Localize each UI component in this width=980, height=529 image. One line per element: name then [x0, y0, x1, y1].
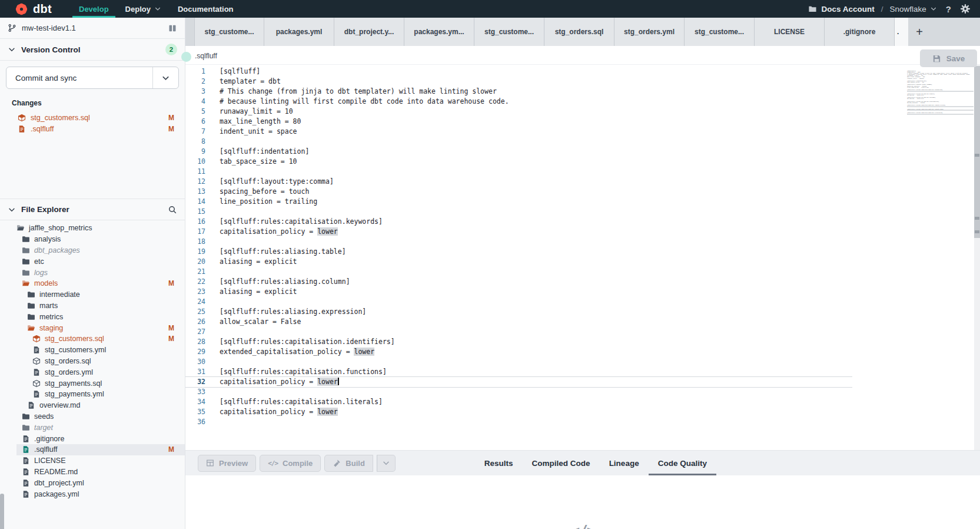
tree-item-target[interactable]: target [0, 422, 185, 433]
file-tab-LICENSE[interactable]: LICENSE [755, 18, 825, 46]
file-tab-stg_custome...[interactable]: stg_custome... [474, 18, 544, 46]
code-line-11[interactable]: 11 [185, 167, 852, 177]
file-tab-stg_custome...[interactable]: stg_custome... [194, 18, 264, 46]
code-line-2[interactable]: 2templater = dbt [185, 77, 852, 87]
tree-item-README.md[interactable]: README.md [0, 467, 185, 478]
code-line-20[interactable]: 20aliasing = explicit [185, 257, 852, 267]
tree-item-.gitignore[interactable]: .gitignore [0, 433, 185, 444]
code-line-10[interactable]: 10tab_space_size = 10 [185, 157, 852, 167]
code-line-32[interactable]: 32capitalisation_policy = lower [185, 377, 852, 387]
save-button[interactable]: Save [920, 49, 977, 67]
code-line-5[interactable]: 5runaway_limit = 10 [185, 107, 852, 117]
file-tab-stg_orders.sql[interactable]: stg_orders.sql [544, 18, 614, 46]
code-line-31[interactable]: 31[sqlfluff:rules:capitalisation.functio… [185, 367, 852, 377]
commit-and-sync-button[interactable]: Commit and sync [6, 67, 179, 89]
tree-item-dbt_packages[interactable]: dbt_packages [0, 245, 185, 256]
code-line-17[interactable]: 17capitalisation_policy = lower [185, 227, 852, 237]
tree-item-jaffle_shop_metrics[interactable]: jaffle_shop_metrics [0, 223, 185, 234]
panel-tab-compiled-code[interactable]: Compiled Code [523, 451, 600, 475]
file-tab-stg_custome...[interactable]: stg_custome... [685, 18, 755, 46]
code-line-12[interactable]: 12[sqlfluff:layout:type:comma] [185, 177, 852, 187]
search-icon[interactable] [168, 205, 177, 214]
tree-item-dbt_project.yml[interactable]: dbt_project.yml [0, 477, 185, 488]
code-line-7[interactable]: 7indent_unit = space [185, 127, 852, 137]
tree-item-staging[interactable]: stagingM [0, 322, 185, 333]
tree-item-stg_orders.sql[interactable]: stg_orders.sql [0, 356, 185, 367]
compile-button[interactable]: </>Compile [260, 455, 321, 472]
code-line-16[interactable]: 16[sqlfluff:rules:capitalisation.keyword… [185, 217, 852, 227]
code-line-14[interactable]: 14line_position = trailing [185, 197, 852, 207]
commit-options-toggle[interactable] [152, 67, 178, 88]
code-line-27[interactable]: 27 [185, 327, 852, 337]
code-editor[interactable]: 1[sqlfluff]2templater = dbt3# This chang… [185, 65, 980, 450]
code-line-29[interactable]: 29extended_capitalisation_policy = lower [185, 347, 852, 357]
sidebar-scrollbar[interactable] [0, 494, 4, 529]
editor-scrollbar[interactable] [974, 65, 980, 450]
tree-item-stg_customers.sql[interactable]: stg_customers.sqlM [0, 333, 185, 345]
tree-item-seeds[interactable]: seeds [0, 411, 185, 422]
tree-item-models[interactable]: modelsM [0, 278, 185, 289]
tree-item-overview.md[interactable]: overview.md [0, 400, 185, 411]
code-line-24[interactable]: 24 [185, 297, 852, 307]
file-tab-packages.ym...[interactable]: packages.ym... [404, 18, 474, 46]
account-selector[interactable]: Docs Account [808, 5, 875, 14]
tree-item-LICENSE[interactable]: LICENSE [0, 455, 185, 467]
tree-item-logs[interactable]: logs [0, 267, 185, 278]
tree-item-.sqlfluff[interactable]: .sqlfluffM [0, 444, 185, 455]
code-line-4[interactable]: 4# because linting will first compile db… [185, 97, 852, 107]
file-tab-partial[interactable]: . [895, 18, 908, 46]
tree-item-stg_orders.yml[interactable]: stg_orders.yml [0, 366, 185, 378]
tree-item-stg_customers.yml[interactable]: stg_customers.yml [0, 345, 185, 356]
build-button[interactable]: Build [324, 455, 373, 472]
git-branch-row[interactable]: mw-test-idev1.1 [0, 18, 185, 39]
tree-item-intermediate[interactable]: intermediate [0, 289, 185, 300]
version-control-header[interactable]: Version Control 2 [0, 39, 185, 61]
panel-tab-lineage[interactable]: Lineage [600, 451, 649, 475]
file-tab-dbt_project.y...[interactable]: dbt_project.y... [334, 18, 404, 46]
tree-item-etc[interactable]: etc [0, 256, 185, 267]
new-tab-button[interactable]: + [908, 18, 931, 46]
panel-tab-code-quality[interactable]: Code Quality [649, 451, 716, 475]
help-icon[interactable]: ? [944, 4, 954, 14]
nav-item-deploy[interactable]: Deploy [117, 0, 170, 18]
file-tab-.gitignore[interactable]: .gitignore [825, 18, 895, 46]
editor-minimap[interactable]: [sqlfluff] templater = dbt # This change… [907, 70, 971, 115]
code-line-3[interactable]: 3# This change (from jinja to dbt templa… [185, 87, 852, 97]
nav-item-documentation[interactable]: Documentation [170, 0, 242, 18]
changed-file-stg_customers.sql[interactable]: stg_customers.sqlM [0, 112, 185, 123]
tree-item-analysis[interactable]: analysis [0, 234, 185, 245]
code-line-19[interactable]: 19[sqlfluff:rules:aliasing.table] [185, 247, 852, 257]
code-line-18[interactable]: 18 [185, 237, 852, 247]
code-line-23[interactable]: 23aliasing = explicit [185, 287, 852, 297]
code-line-33[interactable]: 33 [185, 387, 852, 397]
code-line-34[interactable]: 34[sqlfluff:rules:capitalisation.literal… [185, 397, 852, 407]
settings-gear-icon[interactable] [960, 4, 971, 14]
tree-item-marts[interactable]: marts [0, 300, 185, 312]
tree-item-stg_payments.yml[interactable]: stg_payments.yml [0, 389, 185, 400]
code-line-25[interactable]: 25[sqlfluff:rules:aliasing.expression] [185, 307, 852, 317]
tree-item-stg_payments.sql[interactable]: stg_payments.sql [0, 378, 185, 389]
code-line-15[interactable]: 15 [185, 207, 852, 217]
code-line-13[interactable]: 13spacing_before = touch [185, 187, 852, 197]
tree-item-packages.yml[interactable]: packages.yml [0, 488, 185, 500]
code-line-1[interactable]: 1[sqlfluff] [185, 67, 852, 77]
code-line-8[interactable]: 8 [185, 137, 852, 147]
panel-columns-icon[interactable] [168, 24, 177, 33]
code-line-6[interactable]: 6max_line_length = 80 [185, 117, 852, 127]
code-line-36[interactable]: 36 [185, 417, 852, 427]
build-options-toggle[interactable] [377, 455, 396, 472]
connection-selector[interactable]: Snowflake [890, 5, 937, 14]
code-line-35[interactable]: 35capitalisation_policy = lower [185, 407, 852, 417]
code-line-26[interactable]: 26allow_scalar = False [185, 317, 852, 327]
tree-item-metrics[interactable]: metrics [0, 311, 185, 322]
preview-button[interactable]: Preview [198, 455, 256, 472]
dbt-logo[interactable]: dbt [14, 2, 52, 16]
code-line-30[interactable]: 30 [185, 357, 852, 367]
nav-item-develop[interactable]: Develop [71, 0, 117, 18]
code-line-21[interactable]: 21 [185, 267, 852, 277]
file-tab-stg_orders.yml[interactable]: stg_orders.yml [614, 18, 685, 46]
code-line-9[interactable]: 9[sqlfluff:indentation] [185, 147, 852, 157]
code-line-22[interactable]: 22[sqlfluff:rules:aliasing.column] [185, 277, 852, 287]
panel-tab-results[interactable]: Results [475, 451, 523, 475]
code-line-28[interactable]: 28[sqlfluff:rules:capitalisation.identif… [185, 337, 852, 347]
